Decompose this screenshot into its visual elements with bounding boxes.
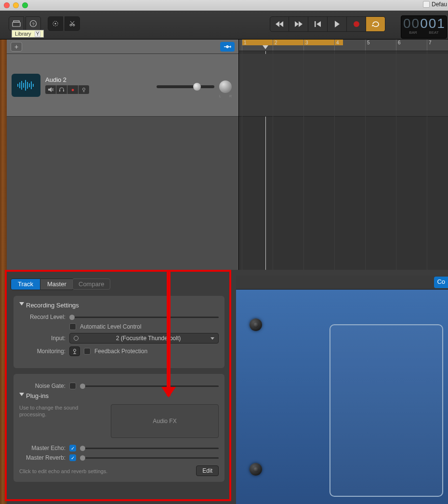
auto-level-checkbox[interactable] <box>69 323 76 330</box>
track-list: + Audio 2 <box>7 40 239 270</box>
volume-slider[interactable] <box>157 85 214 88</box>
svg-rect-0 <box>13 22 20 27</box>
go-to-start-button[interactable] <box>308 16 328 32</box>
slider-thumb[interactable] <box>80 384 85 389</box>
screw-icon <box>250 318 262 331</box>
compare-button[interactable]: Compare <box>72 279 110 290</box>
disclosure-triangle-icon <box>19 393 24 398</box>
record-level-slider[interactable] <box>69 317 219 318</box>
main-toolbar: ? 00001.4 BARBEAT <box>0 11 448 40</box>
ruler-tick: 5 <box>365 40 370 51</box>
cycle-button[interactable] <box>366 16 385 32</box>
monitoring-button[interactable] <box>69 346 80 356</box>
svg-rect-1 <box>13 21 19 22</box>
record-enable-button[interactable]: ● <box>67 85 78 94</box>
noise-gate-label: Noise Gate: <box>19 383 66 389</box>
slider-thumb[interactable] <box>80 446 85 451</box>
lcd-position: 001.4 <box>420 16 447 31</box>
master-echo-checkbox[interactable]: ✓ <box>69 445 76 451</box>
arrange-area: + Audio 2 <box>0 40 448 270</box>
disclosure-triangle-icon <box>19 302 24 308</box>
track-lane[interactable] <box>239 54 448 117</box>
tracklist-empty-area <box>7 117 238 270</box>
edit-button[interactable]: Edit <box>196 465 219 476</box>
record-icon <box>354 21 359 27</box>
recording-settings-header[interactable]: Recording Settings <box>19 302 219 309</box>
timeline[interactable]: 1 2 3 4 5 6 7 <box>239 40 448 270</box>
plugins-hint: Use to change the sound processing. <box>19 404 96 418</box>
plugin-toolbar <box>236 276 448 289</box>
cycle-region[interactable] <box>242 40 343 45</box>
master-reverb-checkbox[interactable]: ✓ <box>69 454 76 461</box>
feedback-label: Feedback Protection <box>94 348 147 355</box>
ruler-tick: 4 <box>334 40 339 51</box>
record-level-label: Record Level: <box>19 314 66 320</box>
tab-track[interactable]: Track <box>11 279 40 290</box>
track-control-buttons: ● <box>45 85 132 94</box>
left-wood-trim-lower <box>0 270 7 504</box>
add-track-button[interactable]: + <box>11 42 22 52</box>
pan-right-label: R <box>229 94 232 98</box>
ruler-tick: 1 <box>242 40 247 51</box>
tab-master[interactable]: Master <box>40 279 74 290</box>
left-wood-trim <box>0 40 7 270</box>
toggle-toolset-button[interactable] <box>48 16 63 31</box>
ruler-tick: 7 <box>427 40 432 51</box>
audio-fx-slot[interactable]: Audio FX <box>111 404 219 438</box>
plugin-rack <box>236 289 448 504</box>
svg-point-23 <box>83 88 85 91</box>
inspector-pane: Track Master Compare Recording Settings … <box>0 270 448 504</box>
scissors-tool-button[interactable] <box>65 16 80 31</box>
echo-reverb-hint: Click to edit echo and reverb settings. <box>19 468 107 474</box>
slider-thumb[interactable] <box>69 315 75 320</box>
tooltip-label: Library <box>15 31 31 37</box>
library-tooltip: Library Y <box>12 30 44 38</box>
controls-button[interactable]: Co <box>434 277 448 288</box>
track-row[interactable]: Audio 2 ● LR <box>7 54 238 117</box>
feedback-checkbox[interactable] <box>84 348 91 355</box>
mute-button[interactable] <box>45 85 56 94</box>
slider-thumb[interactable] <box>80 455 85 461</box>
track-header-bar: + <box>7 40 238 54</box>
auto-level-label: Automatic Level Control <box>80 323 141 330</box>
minimize-window-button[interactable] <box>13 2 19 8</box>
annotation-arrow <box>167 272 171 396</box>
timeline-grid <box>239 51 448 270</box>
document-icon <box>423 1 430 8</box>
input-monitor-button[interactable] <box>79 85 89 94</box>
record-button[interactable] <box>347 16 366 32</box>
input-dropdown[interactable]: 2 (Focusrite Thunderbolt) <box>69 333 219 344</box>
plugin-empty-slot[interactable] <box>329 324 443 497</box>
track-filter-button[interactable] <box>220 42 235 52</box>
noise-gate-checkbox[interactable] <box>69 383 76 389</box>
track-type-icon <box>12 74 40 97</box>
timeline-ruler[interactable]: 1 2 3 4 5 6 7 <box>239 40 448 51</box>
pan-knob[interactable]: LR <box>219 80 232 93</box>
transport-controls <box>270 16 385 32</box>
noise-gate-slider[interactable] <box>80 385 219 387</box>
svg-rect-21 <box>59 90 60 92</box>
recording-settings-panel: Recording Settings Record Level: Automat… <box>13 296 224 368</box>
lcd-display[interactable]: 00001.4 BARBEAT <box>401 15 447 39</box>
screw-icon <box>250 463 262 476</box>
plugins-panel: Noise Gate: Plug-ins Use to change the s… <box>13 374 224 482</box>
master-echo-slider[interactable] <box>80 448 219 449</box>
lcd-bar-label: BAR <box>409 30 417 35</box>
zoom-window-button[interactable] <box>22 2 28 8</box>
close-window-button[interactable] <box>4 2 10 8</box>
rewind-button[interactable] <box>270 16 289 32</box>
plugins-header[interactable]: Plug-ins <box>19 392 219 399</box>
pan-left-label: L <box>219 94 221 98</box>
headphone-button[interactable] <box>56 85 67 94</box>
play-button[interactable] <box>328 16 347 32</box>
document-title-label: Defau <box>432 1 447 8</box>
ruler-tick: 3 <box>303 40 308 51</box>
library-button[interactable] <box>9 16 24 31</box>
ruler-tick: 6 <box>396 40 401 51</box>
quick-help-button[interactable]: ? <box>26 16 41 31</box>
forward-button[interactable] <box>289 16 308 32</box>
volume-thumb[interactable] <box>193 83 201 91</box>
chevron-down-icon <box>211 337 214 342</box>
master-reverb-slider[interactable] <box>80 457 219 459</box>
track-name-label[interactable]: Audio 2 <box>45 76 132 83</box>
